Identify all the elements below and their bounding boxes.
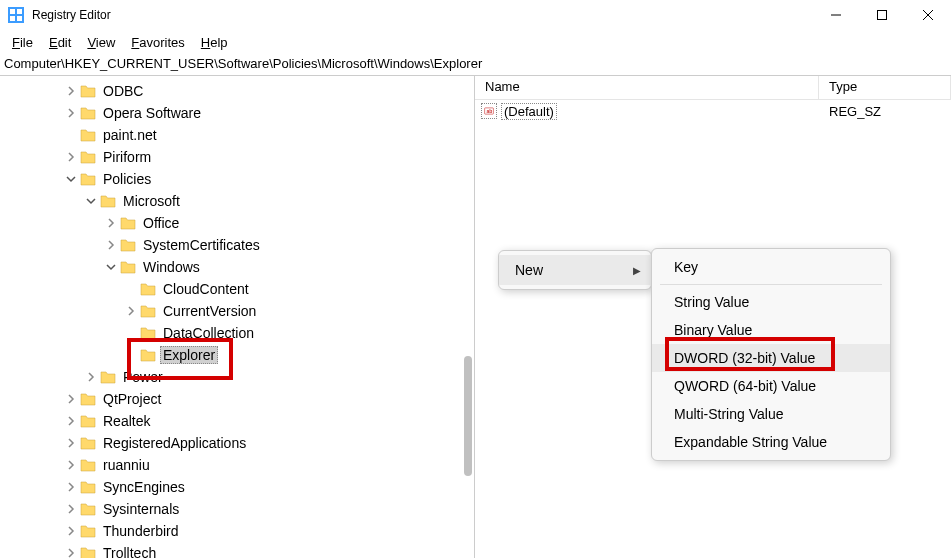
context-qword-value[interactable]: QWORD (64-bit) Value [652,372,890,400]
context-multistring-value[interactable]: Multi-String Value [652,400,890,428]
tree-label: Explorer [160,346,218,364]
tree-item[interactable]: Microsoft [4,190,474,212]
menu-divider [660,284,882,285]
menu-file[interactable]: File [4,33,41,52]
tree-item[interactable]: Sysinternals [4,498,474,520]
tree-item[interactable]: ›CloudContent [4,278,474,300]
context-binary-value[interactable]: Binary Value [652,316,890,344]
folder-icon [80,392,96,406]
tree-label: DataCollection [160,324,257,342]
close-button[interactable] [905,0,951,30]
chevron-right-icon[interactable] [64,458,78,472]
minimize-button[interactable] [813,0,859,30]
scrollbar-thumb[interactable] [464,356,472,476]
context-menu: New ▶ [498,250,652,290]
tree-label: Trolltech [100,544,159,558]
list-cell-name: (Default) [501,103,557,120]
list-cell-type: REG_SZ [819,104,881,119]
tree-item[interactable]: Opera Software [4,102,474,124]
column-type[interactable]: Type [819,76,951,99]
maximize-button[interactable] [859,0,905,30]
tree-item[interactable]: Policies [4,168,474,190]
tree-pane[interactable]: ODBCOpera Software›paint.netPiriformPoli… [0,76,475,558]
tree-item[interactable]: ›Explorer [4,344,474,366]
context-new[interactable]: New ▶ [499,255,651,285]
context-key[interactable]: Key [652,253,890,281]
folder-icon [120,216,136,230]
menubar: File Edit View Favorites Help [0,30,951,54]
tree-item[interactable]: Trolltech [4,542,474,558]
chevron-right-icon[interactable] [64,480,78,494]
folder-icon [80,436,96,450]
list-header: Name Type [475,76,951,100]
folder-icon [140,326,156,340]
tree-item[interactable]: RegisteredApplications [4,432,474,454]
folder-icon [80,128,96,142]
folder-icon [80,414,96,428]
tree-label: Windows [140,258,203,276]
tree-item[interactable]: ›DataCollection [4,322,474,344]
menu-view[interactable]: View [79,33,123,52]
tree-item[interactable]: ruanniu [4,454,474,476]
chevron-down-icon[interactable] [84,194,98,208]
chevron-right-icon[interactable] [64,150,78,164]
tree-label: SystemCertificates [140,236,263,254]
tree-label: paint.net [100,126,160,144]
chevron-right-icon[interactable] [124,304,138,318]
folder-icon [80,546,96,558]
tree-label: QtProject [100,390,164,408]
folder-icon [80,84,96,98]
tree-item[interactable]: ODBC [4,80,474,102]
tree-item[interactable]: Thunderbird [4,520,474,542]
list-row[interactable]: ab (Default) REG_SZ [475,100,951,122]
reg-string-icon: ab [481,103,497,119]
tree-item[interactable]: Windows [4,256,474,278]
tree-label: SyncEngines [100,478,188,496]
tree-label: Thunderbird [100,522,182,540]
context-string-value[interactable]: String Value [652,288,890,316]
address-bar[interactable]: Computer\HKEY_CURRENT_USER\Software\Poli… [0,54,951,76]
tree-label: Opera Software [100,104,204,122]
chevron-right-icon[interactable] [64,392,78,406]
folder-icon [80,172,96,186]
chevron-down-icon[interactable] [64,172,78,186]
chevron-down-icon[interactable] [104,260,118,274]
context-dword-value[interactable]: DWORD (32-bit) Value [652,344,890,372]
tree-item[interactable]: Power [4,366,474,388]
tree-label: Microsoft [120,192,183,210]
chevron-right-icon[interactable] [64,106,78,120]
context-submenu: Key String Value Binary Value DWORD (32-… [651,248,891,461]
chevron-right-icon[interactable] [64,436,78,450]
tree-item[interactable]: SyncEngines [4,476,474,498]
column-name[interactable]: Name [475,76,819,99]
chevron-right-icon[interactable] [64,414,78,428]
tree-item[interactable]: QtProject [4,388,474,410]
folder-icon [140,304,156,318]
folder-icon [100,370,116,384]
chevron-right-icon[interactable] [64,84,78,98]
tree-label: CloudContent [160,280,252,298]
svg-rect-2 [17,9,22,14]
chevron-right-icon[interactable] [64,546,78,558]
tree-item[interactable]: SystemCertificates [4,234,474,256]
tree-item[interactable]: CurrentVersion [4,300,474,322]
chevron-right-icon[interactable] [64,524,78,538]
tree-item[interactable]: ›paint.net [4,124,474,146]
folder-icon [80,106,96,120]
folder-icon [100,194,116,208]
titlebar: Registry Editor [0,0,951,30]
menu-help[interactable]: Help [193,33,236,52]
chevron-right-icon[interactable] [64,502,78,516]
tree-item[interactable]: Piriform [4,146,474,168]
context-expandstring-value[interactable]: Expandable String Value [652,428,890,456]
tree-label: Office [140,214,182,232]
tree-item[interactable]: Realtek [4,410,474,432]
chevron-right-icon[interactable] [104,238,118,252]
folder-icon [140,282,156,296]
chevron-right-icon[interactable] [104,216,118,230]
menu-edit[interactable]: Edit [41,33,79,52]
menu-favorites[interactable]: Favorites [123,33,192,52]
tree-item[interactable]: Office [4,212,474,234]
folder-icon [140,348,156,362]
chevron-right-icon[interactable] [84,370,98,384]
